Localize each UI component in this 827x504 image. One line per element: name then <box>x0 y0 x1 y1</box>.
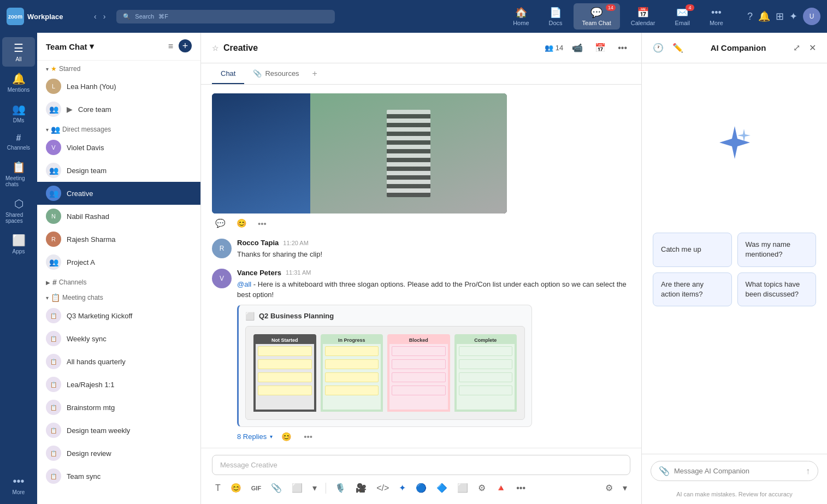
ai-close-button[interactable]: ✕ <box>807 40 818 55</box>
channel-list-title-text: Team Chat <box>46 42 87 51</box>
notification-icon[interactable]: 🔔 <box>758 10 770 22</box>
sidebar-item-shared-spaces[interactable]: ⬡ Shared spaces <box>2 193 35 228</box>
meeting-chats-section-header[interactable]: ▾ 📋 Meeting chats <box>37 289 200 304</box>
audio-button[interactable]: 🎙️ <box>332 481 349 495</box>
q3-avatar: 📋 <box>46 308 61 323</box>
channel-item-brainstorm[interactable]: 📋 Brainstorm mtg <box>37 396 200 419</box>
reply-icon-button[interactable]: 💬 <box>212 217 229 230</box>
channel-item-rajesh[interactable]: R Rajesh Sharma <box>37 228 200 251</box>
channel-item-lea-rajesh[interactable]: 📋 Lea/Rajesh 1:1 <box>37 373 200 396</box>
chat-area: ☆ Creative 👥 14 📹 📅 ••• Chat 📎 Resources <box>201 33 641 504</box>
channel-item-weekly-sync[interactable]: 📋 Weekly sync <box>37 327 200 350</box>
replies-button[interactable]: 8 Replies ▾ <box>237 432 273 441</box>
chat-tab-resources[interactable]: 📎 Resources <box>244 63 308 84</box>
search-bar[interactable]: 🔍 Search ⌘F <box>116 10 335 23</box>
channel-item-team-sync[interactable]: 📋 Team sync <box>37 465 200 488</box>
shared-spaces-icon: ⬡ <box>14 197 23 210</box>
nav-tab-home[interactable]: 🏠 Home <box>504 3 537 29</box>
apps-icon[interactable]: ⊞ <box>776 10 784 22</box>
file-attach-button[interactable]: 📎 <box>268 481 285 495</box>
ai-action-items-button[interactable]: Are there any action items? <box>653 272 732 306</box>
channel-item-q3[interactable]: 📋 Q3 Marketing Kickoff <box>37 304 200 327</box>
gif-button[interactable]: GIF <box>248 483 264 494</box>
ai-topics-button[interactable]: What topics have been discussed? <box>737 272 817 306</box>
nav-back-arrow[interactable]: ‹ <box>92 11 99 22</box>
channel-add-button[interactable]: + <box>179 39 192 52</box>
video-call-button[interactable]: 📹 <box>569 39 586 56</box>
channel-item-creative[interactable]: 👥 Creative <box>37 182 200 205</box>
nav-tab-calendar[interactable]: 📅 Calendar <box>622 3 664 29</box>
gdrive-button[interactable]: 🔺 <box>492 481 510 495</box>
user-avatar[interactable]: U <box>803 8 820 25</box>
react-icon-button[interactable]: 😊 <box>233 217 250 230</box>
dm-label: Direct messages <box>62 126 111 133</box>
format-options-button[interactable]: ⚙ <box>602 481 616 495</box>
sidebar-item-apps[interactable]: ⬜ Apps <box>2 229 35 259</box>
nav-tab-more[interactable]: ••• More <box>701 4 732 29</box>
apps-link-button[interactable]: 🔷 <box>433 481 451 495</box>
sidebar-item-channels[interactable]: # Channels <box>2 129 35 155</box>
sidebar-item-mentions[interactable]: 🔔 Mentions <box>2 68 35 97</box>
channel-item-design-weekly[interactable]: 📋 Design team weekly <box>37 419 200 442</box>
nav-tab-teamchat[interactable]: 💬 14 Team Chat <box>574 3 620 29</box>
help-icon[interactable]: ? <box>747 11 753 22</box>
star-icon[interactable]: ✦ <box>789 10 798 22</box>
chat-tab-chat[interactable]: Chat <box>212 63 244 84</box>
nav-tab-docs[interactable]: 📄 Docs <box>540 3 571 29</box>
channel-list-title[interactable]: Team Chat ▾ <box>46 41 94 51</box>
more-tools-button[interactable]: ••• <box>513 481 529 495</box>
ai-expand-button[interactable]: ⤢ <box>791 40 802 55</box>
more-options-button[interactable]: ••• <box>615 40 630 56</box>
rocco-message-header: Rocco Tapia 11:20 AM <box>237 239 630 247</box>
snippet-button[interactable]: ⬜ <box>288 481 306 495</box>
sidebar-item-dms[interactable]: 👥 DMs <box>2 98 35 128</box>
ai-edit-button[interactable]: ✏️ <box>670 40 686 55</box>
channel-item-core-team[interactable]: 👥 ▶ Core team <box>37 98 200 121</box>
github-button[interactable]: ⚙ <box>475 481 489 495</box>
reply-more-button[interactable]: ••• <box>300 430 316 443</box>
sidebar-item-all[interactable]: ☰ All <box>2 37 35 67</box>
sidebar-item-more[interactable]: ••• More <box>2 471 35 500</box>
calendar-event-button[interactable]: 📅 <box>592 39 609 56</box>
ai-history-button[interactable]: 🕐 <box>651 40 666 55</box>
more-actions-button[interactable]: ••• <box>255 217 270 230</box>
apps-store-button[interactable]: ⬜ <box>454 481 471 495</box>
top-navigation: zoom Workplace ‹ › 🔍 Search ⌘F 🏠 Home 📄 … <box>0 0 827 33</box>
wb-sticky-6 <box>325 359 379 369</box>
ai-send-button[interactable]: ↑ <box>806 466 810 476</box>
channels-section-header[interactable]: ▶ # Channels <box>37 274 200 289</box>
starred-section-header[interactable]: ▾ ★ Starred <box>37 61 200 75</box>
send-options-button[interactable]: ▾ <box>619 481 630 495</box>
channel-item-violet[interactable]: V Violet Davis <box>37 136 200 159</box>
format-text-button[interactable]: T <box>212 481 224 495</box>
channel-filter-button[interactable]: ≡ <box>166 39 175 54</box>
ai-was-name-mentioned-button[interactable]: Was my name mentioned? <box>737 233 817 266</box>
message-input-box[interactable]: Message Creative <box>212 455 630 475</box>
channel-item-project-a[interactable]: 👥 Project A <box>37 251 200 274</box>
meeting-link-button[interactable]: 🔵 <box>412 481 430 495</box>
channel-item-lea[interactable]: L Lea Hanh (You) <box>37 75 200 98</box>
dm-section-header[interactable]: ▾ 👥 Direct messages <box>37 121 200 136</box>
reply-react-button[interactable]: 😊 <box>278 430 295 443</box>
members-count[interactable]: 👥 14 <box>545 44 563 52</box>
sidebar-item-meeting-chats[interactable]: 📋 Meeting chats <box>2 156 35 192</box>
ai-button[interactable]: ✦ <box>395 481 409 495</box>
code-button[interactable]: </> <box>373 481 392 495</box>
lea-channel-name: Lea Hanh (You) <box>67 82 192 91</box>
more-format-button[interactable]: ▾ <box>309 481 320 495</box>
nav-forward-arrow[interactable]: › <box>101 11 108 22</box>
ai-message-input[interactable] <box>674 467 801 475</box>
message-row-vance: V Vance Peters 11:31 AM @all - Here is a… <box>212 269 630 447</box>
emoji-button[interactable]: 😊 <box>227 481 245 495</box>
channel-item-all-hands[interactable]: 📋 All hands quarterly <box>37 350 200 373</box>
channel-item-design-team[interactable]: 👥 Design team <box>37 159 200 182</box>
vance-message-content: Vance Peters 11:31 AM @all - Here is a w… <box>237 269 630 447</box>
replies-count: 8 Replies <box>237 432 267 441</box>
whiteboard-card[interactable]: ⬜ Q2 Business Planning Not Started <box>237 305 532 427</box>
nav-tab-email[interactable]: ✉️ 4 Email <box>666 3 699 29</box>
channel-item-design-review[interactable]: 📋 Design review <box>37 442 200 465</box>
video-clip-button[interactable]: 🎥 <box>352 481 370 495</box>
chat-tab-add-button[interactable]: + <box>308 63 322 84</box>
ai-catch-me-up-button[interactable]: Catch me up <box>653 233 732 266</box>
channel-item-nabil[interactable]: N Nabil Rashad <box>37 205 200 228</box>
